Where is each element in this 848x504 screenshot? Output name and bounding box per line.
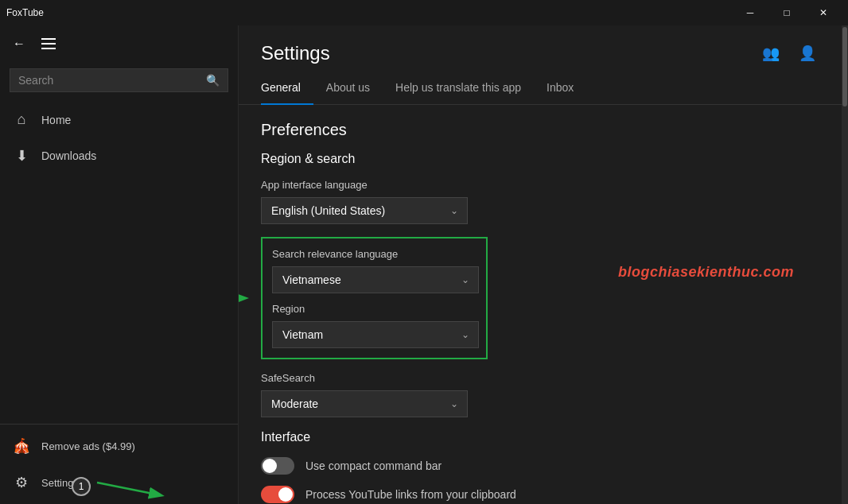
scrollbar[interactable]: [842, 25, 848, 504]
maximize-button[interactable]: □: [768, 0, 805, 25]
preferences-title: Preferences: [261, 121, 819, 139]
sidebar-downloads-label: Downloads: [41, 149, 96, 162]
tab-translate[interactable]: Help us translate this app: [383, 72, 534, 105]
process-youtube-links-knob: [278, 487, 293, 502]
main-content: Settings 👥 👤 General About us Help us tr…: [239, 25, 842, 504]
safe-search-field: SafeSearch Moderate ⌄: [261, 372, 819, 417]
user-icon-button[interactable]: 👤: [795, 41, 819, 65]
compact-command-bar-toggle[interactable]: [261, 457, 294, 475]
settings-icon: ⚙: [13, 474, 30, 491]
process-youtube-links-toggle-row: Process YouTube links from your clipboar…: [261, 486, 819, 503]
window-controls: ─ □ ✕: [732, 0, 842, 25]
compact-command-bar-toggle-row: Use compact command bar: [261, 457, 819, 475]
menu-line-1: [41, 38, 56, 40]
back-button[interactable]: ←: [10, 33, 29, 54]
sidebar-item-downloads[interactable]: ⬇ Downloads: [0, 138, 238, 174]
menu-line-2: [41, 43, 56, 45]
interface-title: Interface: [261, 430, 819, 444]
sidebar: ← 🔍 ⌂ Home ⬇ Downloads 🎪 Rem: [0, 25, 239, 504]
arrow-2-svg: [239, 290, 253, 306]
process-youtube-links-label: Process YouTube links from your clipboar…: [305, 488, 516, 501]
downloads-icon: ⬇: [13, 147, 30, 165]
safe-search-dropdown-wrapper: Moderate ⌄: [261, 390, 468, 417]
settings-title: Settings: [261, 42, 330, 64]
sidebar-header: ←: [0, 25, 238, 62]
app-body: ← 🔍 ⌂ Home ⬇ Downloads 🎪 Rem: [0, 25, 848, 504]
sidebar-item-settings[interactable]: ⚙ Settings: [0, 464, 238, 501]
settings-body: blogchiasekienthuc.com Preferences Regio…: [239, 105, 842, 504]
remove-ads-label: Remove ads ($4.99): [41, 440, 135, 452]
title-bar-left: FoxTube: [6, 7, 44, 18]
tab-about[interactable]: About us: [313, 72, 383, 105]
highlighted-region-search-section: 2 Search relevance language: [261, 237, 488, 359]
user-group-icon-button[interactable]: 👥: [759, 41, 783, 65]
app-interface-dropdown-wrapper: English (United States) ⌄: [261, 197, 468, 224]
search-relevance-label: Search relevance language: [272, 248, 477, 260]
settings-label: Settings: [41, 477, 79, 489]
process-youtube-links-toggle[interactable]: [261, 486, 294, 503]
sidebar-home-label: Home: [41, 114, 71, 126]
sidebar-item-remove-ads[interactable]: 🎪 Remove ads ($4.99): [0, 428, 238, 464]
scroll-thumb[interactable]: [842, 27, 847, 107]
tab-general[interactable]: General: [261, 72, 313, 105]
minimize-button[interactable]: ─: [732, 0, 768, 25]
interface-section: Interface Use compact command bar Proces…: [261, 430, 819, 503]
tabs-bar: General About us Help us translate this …: [239, 72, 842, 105]
close-button[interactable]: ✕: [805, 0, 842, 25]
tab-inbox[interactable]: Inbox: [534, 72, 586, 105]
app-interface-label: App interface language: [261, 179, 819, 191]
compact-command-bar-label: Use compact command bar: [305, 459, 442, 472]
safe-search-label: SafeSearch: [261, 372, 819, 384]
app-title: FoxTube: [6, 7, 44, 18]
region-select[interactable]: Vietnam: [272, 321, 479, 348]
search-bar[interactable]: 🔍: [10, 68, 228, 92]
app-interface-language-field: App interface language English (United S…: [261, 179, 819, 224]
sidebar-nav: ⌂ Home ⬇ Downloads: [0, 99, 238, 424]
header-icons: 👥 👤: [759, 41, 819, 65]
hamburger-button[interactable]: [38, 35, 59, 52]
region-field: Region Vietnam ⌄: [272, 303, 477, 348]
app-interface-language-select[interactable]: English (United States): [261, 197, 468, 224]
search-input[interactable]: [18, 74, 200, 87]
search-relevance-dropdown-wrapper: Vietnamese ⌄: [272, 266, 479, 293]
home-icon: ⌂: [13, 111, 30, 128]
remove-ads-icon: 🎪: [13, 437, 30, 455]
region-search-title: Region & search: [261, 152, 819, 166]
watermark: blogchiasekienthuc.com: [618, 264, 794, 281]
sidebar-bottom: 🎪 Remove ads ($4.99) ⚙ Settings 1: [0, 424, 238, 504]
search-relevance-language-select[interactable]: Vietnamese: [272, 266, 479, 293]
compact-command-bar-knob: [263, 459, 277, 473]
menu-line-3: [41, 48, 56, 49]
sidebar-item-home[interactable]: ⌂ Home: [0, 102, 238, 138]
search-relevance-language-field: Search relevance language Vietnamese ⌄: [272, 248, 477, 293]
safe-search-select[interactable]: Moderate: [261, 390, 468, 417]
title-bar: FoxTube ─ □ ✕: [0, 0, 848, 25]
settings-header: Settings 👥 👤: [239, 25, 842, 65]
arrow-annotation-2: 2: [239, 289, 253, 308]
region-label: Region: [272, 303, 477, 315]
search-icon: 🔍: [206, 74, 220, 87]
region-dropdown-wrapper: Vietnam ⌄: [272, 321, 479, 348]
